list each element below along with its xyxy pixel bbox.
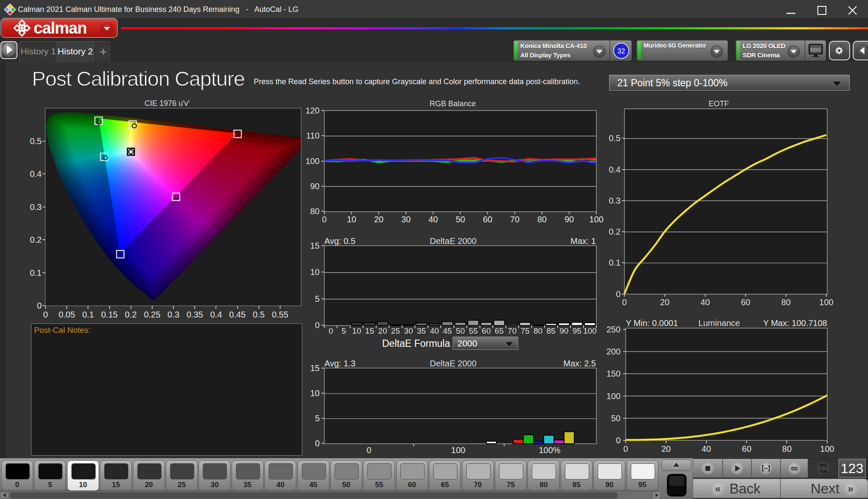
- svg-text:DDC: DDC: [811, 47, 821, 52]
- svg-text:32: 32: [618, 48, 625, 55]
- svg-text:∞: ∞: [791, 462, 798, 473]
- svg-text:«: «: [715, 483, 720, 494]
- svg-text:»: »: [848, 483, 853, 494]
